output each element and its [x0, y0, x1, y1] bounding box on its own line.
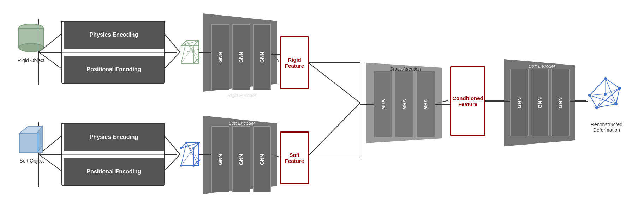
svg-point-27	[19, 43, 43, 52]
reconstructed-mesh-icon	[586, 76, 625, 118]
soft-decoder-gnn2: GNN	[531, 69, 549, 136]
cross-attention-label: Cross Attention	[370, 66, 441, 72]
svg-line-60	[590, 79, 606, 95]
svg-point-50	[192, 147, 195, 149]
svg-line-38	[186, 41, 199, 58]
svg-line-72	[590, 94, 606, 95]
rigid-feature-label: Rigid Feature	[285, 57, 304, 69]
svg-line-47	[186, 143, 199, 160]
conditioned-feature-label: Conditioned Feature	[452, 95, 483, 107]
cross-attention-mha2: MHA	[395, 71, 414, 138]
rigid-object	[17, 21, 45, 55]
soft-feature-box: Soft Feature	[280, 131, 309, 184]
svg-point-54	[192, 165, 195, 167]
reconstructed-label: ReconstructedDeformation	[582, 122, 631, 133]
svg-point-53	[198, 159, 200, 161]
soft-encoder-label: Soft Encoder	[208, 121, 275, 126]
soft-decoder-gnn1: GNN	[510, 69, 529, 136]
soft-encoder-gnn3: GNN	[253, 126, 271, 192]
soft-mesh-icon	[176, 136, 204, 171]
soft-physics-encoding: Physics Encoding	[64, 123, 164, 151]
svg-line-35	[181, 41, 186, 63]
svg-line-71	[597, 94, 606, 108]
svg-line-15	[307, 103, 360, 157]
rigid-encoder-gnn2: GNN	[232, 24, 250, 90]
svg-line-36	[186, 41, 199, 63]
svg-line-13	[272, 154, 279, 157]
rigid-physics-encoding: Physics Encoding	[64, 21, 164, 49]
conditioned-feature-box: Conditioned Feature	[450, 66, 485, 136]
rigid-encoder-label: Rigid Encoder	[208, 93, 275, 98]
soft-encoder-gnn1: GNN	[211, 126, 229, 192]
svg-point-55	[198, 142, 200, 144]
svg-point-52	[180, 165, 182, 167]
svg-line-18	[437, 100, 448, 103]
svg-line-45	[186, 143, 199, 166]
svg-point-48	[180, 147, 182, 149]
svg-line-69	[606, 88, 620, 94]
soft-object	[14, 123, 46, 154]
svg-line-14	[307, 62, 360, 103]
soft-decoder-gnn3: GNN	[551, 69, 570, 136]
rigid-feature-box: Rigid Feature	[280, 36, 309, 89]
soft-decoder-label: Soft Decoder	[508, 63, 576, 69]
svg-point-51	[185, 142, 187, 144]
rigid-encoder-gnn3: GNN	[253, 24, 271, 90]
soft-positional-encoding: Positional Encoding	[64, 158, 164, 185]
svg-line-44	[181, 143, 186, 166]
rigid-encoder-gnn1: GNN	[211, 24, 229, 90]
cross-attention-mha1: MHA	[374, 71, 393, 138]
cross-attention-mha3: MHA	[416, 71, 435, 138]
rigid-mesh-icon	[176, 33, 204, 69]
architecture-diagram: Rigid Object Soft Object Physics Encodin…	[0, 0, 644, 208]
rigid-object-label: Rigid Object	[13, 57, 49, 63]
svg-line-12	[272, 52, 279, 62]
soft-encoder-gnn2: GNN	[232, 126, 250, 192]
rigid-positional-encoding: Positional Encoding	[64, 56, 164, 83]
soft-feature-label: Soft Feature	[285, 152, 304, 164]
soft-object-label: Soft Object	[14, 158, 49, 164]
